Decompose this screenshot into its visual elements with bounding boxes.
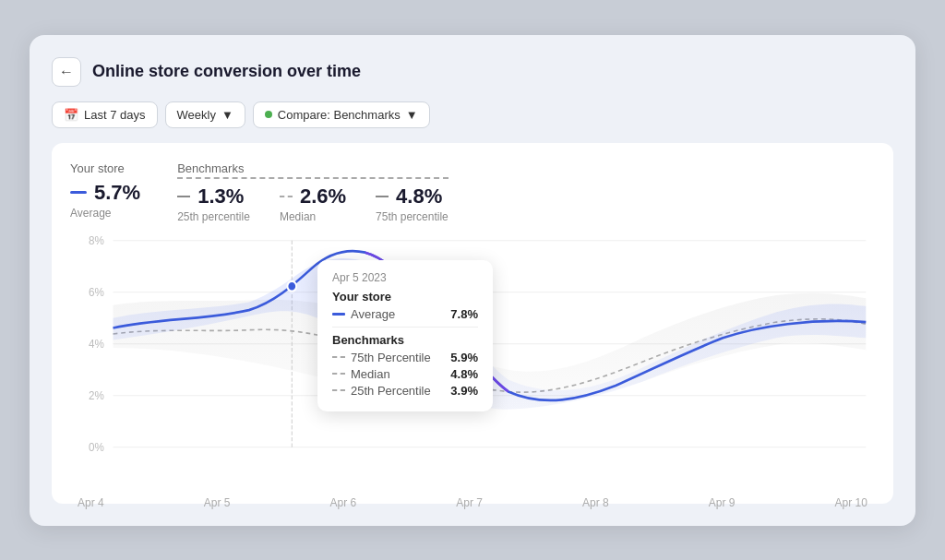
period-button[interactable]: Weekly ▼: [165, 101, 245, 128]
tooltip-benchmarks-label: Benchmarks: [332, 333, 478, 347]
x-label-apr7: Apr 7: [456, 496, 483, 509]
your-store-average-label: Average: [70, 207, 140, 220]
tooltip-your-store-label: Your store: [332, 290, 478, 304]
page-title: Online store conversion over time: [92, 62, 361, 81]
x-axis-labels: Apr 4 Apr 5 Apr 6 Apr 7 Apr 8 Apr 9 Apr …: [70, 496, 875, 509]
average-line-icon: [332, 313, 345, 316]
svg-text:2%: 2%: [89, 388, 104, 402]
benchmarks-label: Benchmarks: [177, 161, 449, 179]
card-header: ← Online store conversion over time: [52, 57, 893, 87]
chart-wrapper: 8% 6% 4% 2% 0%: [70, 231, 875, 489]
your-store-average-value: 5.7%: [70, 181, 140, 205]
p25-line-icon: [332, 389, 345, 391]
metrics-row: Your store 5.7% Average Benchmarks 1.3%: [70, 161, 875, 223]
tooltip-p75-row: 75th Percentile 5.9%: [332, 351, 478, 364]
tooltip-dot: [287, 280, 296, 291]
x-label-apr5: Apr 5: [204, 496, 231, 509]
tooltip-date: Apr 5 2023: [332, 271, 478, 284]
p25-metric: 1.3% 25th percentile: [177, 185, 250, 223]
tooltip-p25-row: 25th Percentile 3.9%: [332, 384, 478, 398]
back-icon: ←: [59, 64, 74, 80]
svg-text:6%: 6%: [89, 285, 104, 299]
tooltip-p25-val: 3.9%: [450, 384, 478, 398]
chevron-down-icon: ▼: [221, 108, 233, 122]
svg-text:0%: 0%: [89, 440, 104, 454]
compare-dot: [265, 111, 272, 118]
p75-indicator: [376, 196, 389, 197]
svg-text:4%: 4%: [89, 337, 104, 351]
tooltip-median-val: 4.8%: [450, 367, 478, 381]
tooltip-average-row: Average 7.8%: [332, 307, 478, 321]
tooltip-p75-val: 5.9%: [450, 351, 478, 364]
x-label-apr8: Apr 8: [582, 496, 609, 509]
x-label-apr9: Apr 9: [709, 496, 736, 509]
tooltip: Apr 5 2023 Your store Average 7.8% Bench…: [317, 260, 493, 411]
benchmarks-metrics: Benchmarks 1.3% 25th percentile 2.6%: [177, 161, 449, 223]
svg-text:8%: 8%: [89, 233, 104, 247]
chevron-down-icon: ▼: [406, 108, 418, 122]
average-line-indicator: [70, 191, 87, 194]
median-indicator: [280, 196, 293, 197]
p75-metric: 4.8% 75th percentile: [376, 185, 449, 223]
toolbar: 📅 Last 7 days Weekly ▼ Compare: Benchmar…: [52, 101, 893, 128]
median-line-icon: [332, 373, 345, 375]
your-store-metrics: Your store 5.7% Average: [70, 161, 140, 223]
back-button[interactable]: ←: [52, 57, 81, 87]
main-card: ← Online store conversion over time 📅 La…: [30, 35, 915, 526]
median-metric: 2.6% Median: [280, 185, 346, 223]
calendar-icon: 📅: [64, 108, 78, 122]
compare-button[interactable]: Compare: Benchmarks ▼: [253, 101, 430, 128]
benchmarks-cols: 1.3% 25th percentile 2.6% Median: [177, 185, 449, 223]
chart-area: Your store 5.7% Average Benchmarks 1.3%: [52, 143, 893, 504]
tooltip-median-row: Median 4.8%: [332, 367, 478, 381]
tooltip-average-val: 7.8%: [450, 307, 478, 321]
p75-line-icon: [332, 356, 345, 358]
p25-indicator: [177, 196, 190, 197]
your-store-label: Your store: [70, 161, 140, 175]
x-label-apr10: Apr 10: [835, 496, 867, 509]
date-range-button[interactable]: 📅 Last 7 days: [52, 101, 158, 128]
tooltip-divider: [332, 327, 478, 328]
x-label-apr4: Apr 4: [78, 496, 104, 509]
x-label-apr6: Apr 6: [330, 496, 357, 509]
